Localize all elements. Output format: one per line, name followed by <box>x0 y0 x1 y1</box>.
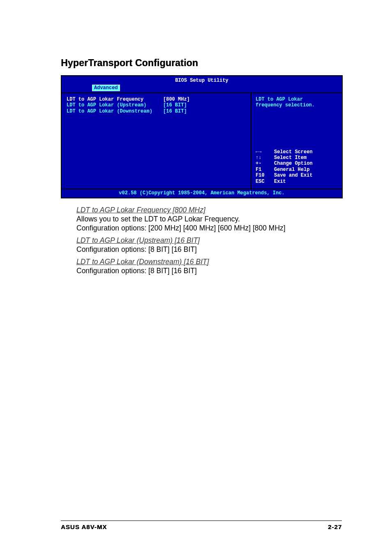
bios-item-value: [800 MHz] <box>163 97 190 102</box>
help-line: LDT to AGP Lokar <box>256 97 338 102</box>
bios-item-value: [16 BIT] <box>163 102 187 108</box>
bios-item-label: LDT to AGP Lokar Frequency <box>67 97 163 102</box>
bios-item-label: LDT to AGP Lokar (Upstream) <box>67 102 163 108</box>
nav-key: ESC <box>256 179 274 184</box>
bios-main-pane: LDT to AGP Lokar Frequency [800 MHz] LDT… <box>62 93 251 189</box>
help-line: frequency selection. <box>256 102 338 108</box>
nav-row: +- Change Option <box>256 161 338 166</box>
nav-row: ←→ Select Screen <box>256 149 338 155</box>
doc-item-head: LDT to AGP Lokar Frequency [800 MHz] <box>76 206 343 215</box>
bios-item[interactable]: LDT to AGP Lokar (Upstream) [16 BIT] <box>67 102 246 108</box>
bios-footer: v02.58 (C)Copyright 1985-2004, American … <box>62 189 342 198</box>
nav-key: ↑↓ <box>256 155 274 161</box>
nav-desc: Select Item <box>274 155 307 161</box>
bios-tab-advanced[interactable]: Advanced <box>92 85 120 91</box>
nav-desc: Change Option <box>274 161 313 166</box>
nav-key: +- <box>256 161 274 166</box>
bios-help-pane: LDT to AGP Lokar frequency selection. ←→… <box>251 93 342 189</box>
section-title: HyperTransport Configuration <box>61 58 343 69</box>
bios-header: BIOS Setup Utility Advanced <box>62 76 342 93</box>
nav-desc: Save and Exit <box>274 173 313 178</box>
bios-item-value: [16 BIT] <box>163 108 187 114</box>
doc-item-head: LDT to AGP Lokar (Upstream) [16 BIT] <box>76 236 343 245</box>
doc-text: LDT to AGP Lokar Frequency [800 MHz] All… <box>61 206 343 275</box>
nav-row: ↑↓ Select Item <box>256 155 338 161</box>
nav-desc: Select Screen <box>274 149 313 155</box>
doc-item-line: Configuration options: [200 MHz] [400 MH… <box>76 224 286 232</box>
bios-title: BIOS Setup Utility <box>62 78 342 83</box>
nav-desc: Exit <box>274 179 286 184</box>
bios-window: BIOS Setup Utility Advanced LDT to AGP L… <box>61 75 343 198</box>
nav-row: ESC Exit <box>256 179 338 184</box>
doc-item-line: Configuration options: [8 BIT] [16 BIT] <box>76 267 197 275</box>
nav-key: F1 <box>256 167 274 173</box>
bios-item[interactable]: LDT to AGP Lokar Frequency [800 MHz] <box>67 97 246 102</box>
nav-key: ←→ <box>256 149 274 155</box>
doc-item-head: LDT to AGP Lokar (Downstream) [16 BIT] <box>76 258 343 267</box>
bios-body: LDT to AGP Lokar Frequency [800 MHz] LDT… <box>62 93 342 189</box>
nav-row: F10 Save and Exit <box>256 173 338 178</box>
bios-help-text: LDT to AGP Lokar frequency selection. <box>256 97 338 108</box>
bios-item[interactable]: LDT to AGP Lokar (Downstream) [16 BIT] <box>67 108 246 114</box>
bios-nav-help: ←→ Select Screen ↑↓ Select Item +- Chang… <box>256 149 338 184</box>
nav-row: F1 General Help <box>256 167 338 173</box>
bios-item-label: LDT to AGP Lokar (Downstream) <box>67 108 163 114</box>
doc-item-line: Allows you to set the LDT to AGP Lokar F… <box>76 215 240 223</box>
doc-item-line: Configuration options: [8 BIT] [16 BIT] <box>76 245 197 253</box>
nav-desc: General Help <box>274 167 309 173</box>
nav-key: F10 <box>256 173 274 178</box>
